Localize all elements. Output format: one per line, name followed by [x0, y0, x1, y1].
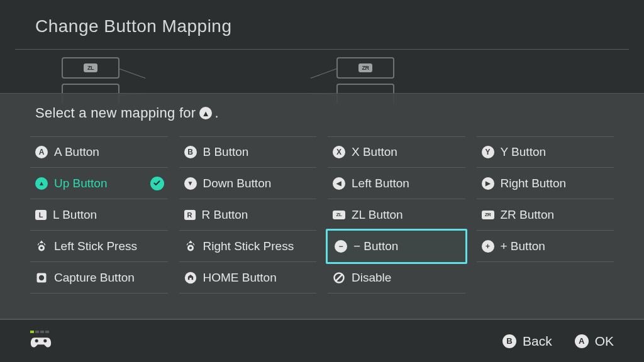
- mapping-option-down[interactable]: ▼Down Button: [179, 168, 317, 199]
- mapping-option-label: Y Button: [501, 145, 547, 159]
- svg-point-9: [35, 339, 38, 343]
- diagram-line: [310, 69, 336, 79]
- mapping-option-x[interactable]: XX Button: [328, 136, 465, 168]
- mapping-option-label: Right Stick Press: [203, 239, 294, 253]
- mapping-option-capture[interactable]: Capture Button: [30, 262, 168, 293]
- mapping-option-zr[interactable]: ZRZR Button: [477, 199, 614, 231]
- diagram-zl-box: ZL: [62, 57, 119, 79]
- up-arrow-icon: ▲: [199, 107, 212, 119]
- mapping-option-label: − Button: [353, 239, 398, 253]
- mapping-option-grid: AA ButtonBB ButtonXX ButtonYY Button▲Up …: [0, 121, 644, 293]
- mapping-option-label: B Button: [203, 145, 249, 159]
- y-icon: Y: [482, 146, 494, 158]
- zl-badge-icon: ZL: [84, 63, 97, 72]
- svg-point-3: [189, 246, 191, 249]
- mapping-option-disable[interactable]: Disable: [328, 262, 465, 293]
- lstick-icon: [35, 240, 48, 253]
- mapping-option-home[interactable]: HOME Button: [179, 262, 317, 293]
- mapping-option-zl[interactable]: ZLZL Button: [328, 199, 465, 231]
- zr-badge-icon: ZR: [358, 63, 372, 72]
- mapping-option-rstick[interactable]: Right Stick Press: [179, 231, 317, 262]
- up-icon: ▲: [35, 177, 48, 190]
- prompt-prefix: Select a new mapping for: [35, 105, 196, 121]
- footer: B Back A OK: [0, 319, 644, 362]
- zl-icon: ZL: [333, 211, 345, 219]
- svg-point-10: [43, 339, 47, 343]
- divider: [15, 49, 629, 50]
- capture-icon: [35, 272, 48, 284]
- plus-icon: +: [482, 240, 494, 253]
- ok-button[interactable]: A OK: [575, 334, 614, 349]
- ok-label: OK: [595, 334, 614, 349]
- mapping-option-lstick[interactable]: Left Stick Press: [30, 231, 168, 262]
- right-icon: ▶: [482, 177, 494, 190]
- diagram-line: [119, 69, 146, 79]
- mapping-option-label: X Button: [352, 145, 397, 159]
- mapping-option-label: + Button: [501, 239, 545, 253]
- controller-status: [30, 331, 52, 351]
- page-title: Change Button Mapping: [35, 16, 609, 36]
- mapping-option-label: Capture Button: [54, 271, 135, 285]
- mapping-option-plus[interactable]: ++ Button: [477, 231, 614, 262]
- mapping-option-label: Right Button: [501, 177, 567, 190]
- mapping-option-label: L Button: [53, 208, 97, 222]
- mapping-option-label: HOME Button: [203, 271, 277, 285]
- minus-icon: −: [335, 240, 347, 253]
- svg-line-8: [336, 275, 342, 281]
- back-label: Back: [523, 334, 552, 349]
- l-icon: L: [35, 210, 47, 220]
- mapping-option-label: Disable: [352, 271, 391, 285]
- rstick-icon: [184, 240, 197, 253]
- mapping-option-label: Up Button: [54, 177, 108, 190]
- disable-icon: [333, 272, 345, 284]
- header: Change Button Mapping: [0, 0, 644, 41]
- mapping-option-up[interactable]: ▲Up Button: [30, 168, 168, 199]
- a-icon: A: [35, 146, 48, 158]
- mapping-option-minus[interactable]: −− Button: [326, 229, 467, 264]
- diagram-zr-box: ZR: [336, 57, 394, 79]
- down-icon: ▼: [184, 177, 197, 190]
- mapping-option-y[interactable]: YY Button: [477, 136, 614, 168]
- mapping-option-right[interactable]: ▶Right Button: [477, 168, 614, 199]
- mapping-option-b[interactable]: BB Button: [179, 136, 317, 168]
- mapping-option-l[interactable]: LL Button: [30, 199, 168, 231]
- mapping-option-label: R Button: [202, 208, 248, 222]
- checkmark-icon: [150, 177, 164, 190]
- mapping-option-label: ZR Button: [501, 208, 555, 222]
- x-icon: X: [333, 146, 345, 158]
- mapping-modal: Select a new mapping for ▲ . AA ButtonBB…: [0, 93, 644, 319]
- prompt-suffix: .: [214, 105, 218, 121]
- svg-point-5: [39, 275, 44, 280]
- mapping-option-left[interactable]: ◀Left Button: [328, 168, 465, 199]
- zr-icon: ZR: [482, 211, 494, 219]
- mapping-option-label: Left Button: [352, 177, 409, 190]
- mapping-prompt: Select a new mapping for ▲ .: [0, 94, 644, 121]
- controller-icon: [30, 335, 52, 351]
- a-button-icon: A: [575, 334, 589, 348]
- b-button-icon: B: [502, 334, 516, 348]
- mapping-option-label: Left Stick Press: [54, 239, 137, 253]
- mapping-option-r[interactable]: RR Button: [179, 199, 317, 231]
- home-icon: [184, 272, 197, 284]
- svg-point-1: [40, 246, 43, 249]
- mapping-option-label: A Button: [54, 145, 99, 159]
- r-icon: R: [184, 210, 196, 220]
- b-icon: B: [184, 146, 197, 158]
- left-icon: ◀: [333, 177, 345, 190]
- mapping-option-label: Down Button: [203, 177, 272, 190]
- back-button[interactable]: B Back: [502, 334, 552, 349]
- mapping-option-label: ZL Button: [352, 208, 403, 222]
- player-indicator: [30, 331, 49, 333]
- mapping-option-a[interactable]: AA Button: [30, 136, 168, 168]
